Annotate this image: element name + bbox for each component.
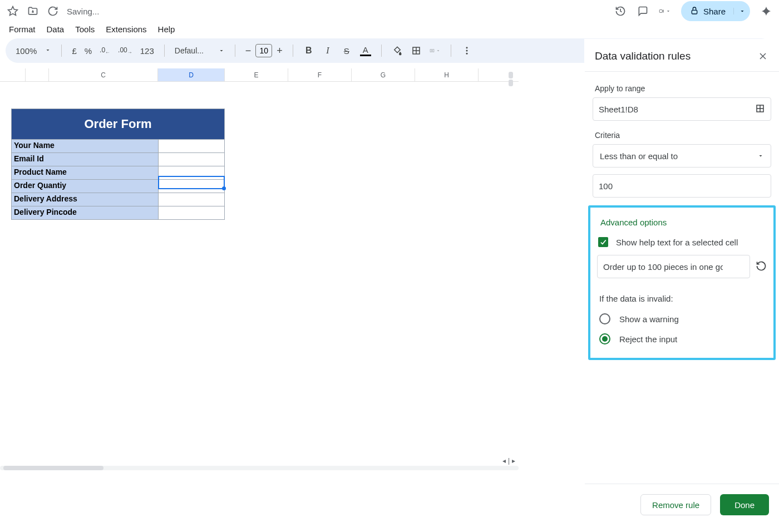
menubar: Format Data Tools Extensions Help <box>0 22 779 38</box>
svg-point-9 <box>466 50 467 52</box>
reject-input-label: Reject the input <box>619 334 677 344</box>
order-form-value-cell[interactable] <box>159 206 224 219</box>
show-warning-label: Show a warning <box>619 314 679 324</box>
fill-color-button[interactable] <box>392 45 403 56</box>
order-form-value-cell[interactable] <box>159 166 224 179</box>
show-warning-radio[interactable] <box>599 313 610 324</box>
sheet-nav-left-icon[interactable]: ◂ <box>502 457 506 465</box>
order-form-label: Your Name <box>12 140 159 152</box>
borders-button[interactable] <box>411 45 422 56</box>
order-form-row: Email Id <box>12 153 224 166</box>
saving-status: Saving... <box>67 7 99 16</box>
column-header[interactable]: D <box>158 68 225 81</box>
show-help-text-label: Show help text for a selected cell <box>616 238 738 247</box>
svg-point-10 <box>466 53 467 55</box>
chevron-down-icon[interactable] <box>45 46 51 55</box>
order-form-label: Delivery Pincode <box>12 206 159 219</box>
percent-format[interactable]: % <box>85 46 92 56</box>
menu-tools[interactable]: Tools <box>75 24 95 34</box>
remove-rule-button[interactable]: Remove rule <box>640 494 711 515</box>
order-form-label: Email Id <box>12 153 159 166</box>
number-format[interactable]: 123 <box>140 46 154 56</box>
order-form-row: Order Quantiy <box>12 180 224 193</box>
help-text-field[interactable] <box>597 255 750 278</box>
vertical-scrollbar[interactable] <box>509 72 513 86</box>
font-size-input[interactable] <box>255 44 272 57</box>
order-form-row: Your Name <box>12 140 224 153</box>
increase-decimal[interactable]: .00→ <box>118 46 132 55</box>
menu-data[interactable]: Data <box>47 24 65 34</box>
text-color-button[interactable]: A <box>360 45 371 56</box>
column-header[interactable]: F <box>288 68 352 81</box>
currency-format[interactable]: £ <box>72 46 76 56</box>
criteria-select[interactable]: Less than or equal to <box>593 144 771 168</box>
apply-range-field[interactable] <box>593 97 771 121</box>
help-text-input[interactable] <box>603 262 723 272</box>
bold-button[interactable]: B <box>303 45 314 56</box>
chevron-down-icon <box>757 152 764 159</box>
share-dropdown-icon[interactable] <box>733 8 747 14</box>
menu-format[interactable]: Format <box>9 24 36 34</box>
order-form-value-cell[interactable] <box>159 193 224 206</box>
more-icon[interactable] <box>461 45 472 56</box>
italic-button[interactable]: I <box>322 45 333 56</box>
horizontal-scrollbar[interactable] <box>0 464 519 472</box>
share-label: Share <box>703 7 726 16</box>
menu-help[interactable]: Help <box>158 24 175 34</box>
history-icon[interactable] <box>614 5 627 17</box>
column-header[interactable] <box>26 68 49 81</box>
increase-font-size[interactable]: + <box>277 45 283 57</box>
apply-range-input[interactable] <box>599 105 740 114</box>
video-call-icon[interactable] <box>659 5 671 17</box>
star-icon[interactable] <box>7 5 19 17</box>
column-header[interactable] <box>0 68 26 81</box>
svg-marker-0 <box>8 7 18 16</box>
order-form-label: Delivery Address <box>12 193 159 206</box>
zoom-select[interactable]: 100% <box>16 46 37 56</box>
advanced-options-title[interactable]: Advanced options <box>595 214 769 234</box>
gemini-icon[interactable] <box>760 5 772 17</box>
apply-range-label: Apply to range <box>585 74 779 97</box>
strikethrough-button[interactable]: S <box>341 45 352 56</box>
reset-icon[interactable] <box>756 260 767 273</box>
invalid-data-label: If the data is invalid: <box>595 278 769 309</box>
spreadsheet-grid[interactable]: CDEFGH Order Form Your NameEmail IdProdu… <box>0 68 519 469</box>
font-family-select[interactable]: Defaul... <box>175 46 225 55</box>
svg-rect-7 <box>432 50 434 52</box>
order-form-label: Product Name <box>12 166 159 179</box>
criteria-value-field[interactable] <box>593 174 771 198</box>
order-form-table: Order Form Your NameEmail IdProduct Name… <box>11 109 225 220</box>
close-icon[interactable] <box>757 50 769 62</box>
svg-point-8 <box>466 47 467 48</box>
grid-select-icon[interactable] <box>755 104 765 115</box>
decrease-font-size[interactable]: − <box>245 45 252 57</box>
show-help-text-checkbox[interactable] <box>598 237 608 247</box>
sheet-nav-right-icon[interactable]: ▸ <box>512 457 515 465</box>
menu-extensions[interactable]: Extensions <box>106 24 146 34</box>
criteria-value-input[interactable] <box>599 181 740 191</box>
lock-icon <box>690 6 699 17</box>
column-header[interactable]: E <box>225 68 288 81</box>
order-form-value-cell[interactable] <box>159 153 224 166</box>
svg-rect-2 <box>692 10 697 14</box>
merge-cells-button[interactable] <box>430 45 441 56</box>
column-header[interactable]: H <box>415 68 479 81</box>
order-form-value-cell[interactable] <box>159 180 224 193</box>
order-form-label: Order Quantiy <box>12 180 159 193</box>
decrease-decimal[interactable]: .0← <box>100 46 110 55</box>
sync-icon <box>47 5 59 17</box>
data-validation-panel: Data validation rules Apply to range Cri… <box>584 39 779 532</box>
done-button[interactable]: Done <box>720 494 769 515</box>
column-header[interactable]: G <box>352 68 415 81</box>
column-header[interactable]: C <box>49 68 158 81</box>
move-to-folder-icon[interactable] <box>27 5 39 17</box>
reject-input-radio[interactable] <box>599 333 610 344</box>
svg-rect-1 <box>659 10 662 13</box>
comment-icon[interactable] <box>637 5 649 17</box>
svg-rect-6 <box>430 50 432 52</box>
order-form-value-cell[interactable] <box>159 140 224 152</box>
share-button[interactable]: Share <box>681 1 750 21</box>
order-form-row: Delivery Pincode <box>12 206 224 220</box>
sidebar-title: Data validation rules <box>595 50 691 62</box>
order-form-row: Delivery Address <box>12 193 224 206</box>
